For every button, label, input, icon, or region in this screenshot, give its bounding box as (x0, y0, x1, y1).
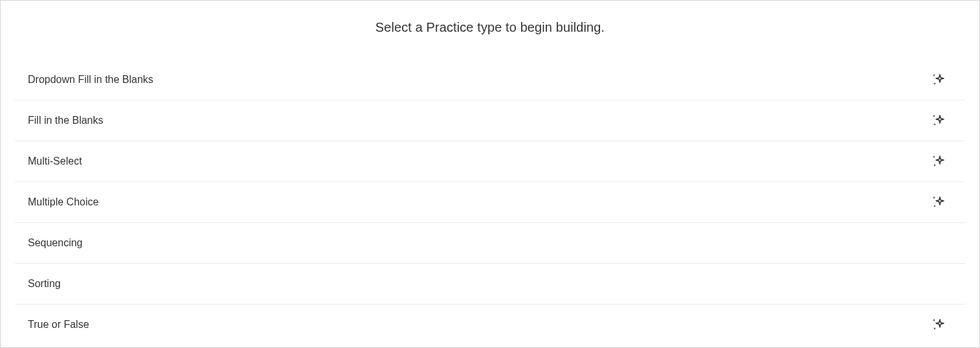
sparkles-icon (930, 71, 947, 88)
practice-type-true-or-false[interactable]: True or False (15, 305, 965, 345)
practice-type-list: Dropdown Fill in the Blanks Fill in the … (15, 60, 965, 345)
practice-type-label: Multi-Select (28, 156, 82, 167)
page-title: Select a Practice type to begin building… (15, 20, 965, 35)
sparkles-icon (930, 316, 947, 333)
practice-type-label: Sorting (28, 278, 61, 290)
practice-type-label: True or False (28, 319, 89, 331)
practice-type-label: Fill in the Blanks (28, 115, 104, 126)
sparkles-icon (930, 194, 947, 211)
practice-type-multi-select[interactable]: Multi-Select (15, 141, 965, 182)
practice-type-label: Sequencing (28, 237, 83, 249)
practice-type-label: Dropdown Fill in the Blanks (28, 74, 153, 86)
practice-type-dropdown-fill-in-the-blanks[interactable]: Dropdown Fill in the Blanks (15, 60, 965, 100)
sparkles-icon (930, 112, 947, 129)
practice-type-sorting[interactable]: Sorting (15, 264, 965, 305)
practice-type-fill-in-the-blanks[interactable]: Fill in the Blanks (15, 100, 965, 141)
practice-type-label: Multiple Choice (28, 196, 98, 208)
practice-type-panel: Select a Practice type to begin building… (0, 0, 980, 348)
sparkles-icon (930, 153, 947, 170)
practice-type-multiple-choice[interactable]: Multiple Choice (15, 182, 965, 223)
practice-type-sequencing[interactable]: Sequencing (15, 223, 965, 264)
